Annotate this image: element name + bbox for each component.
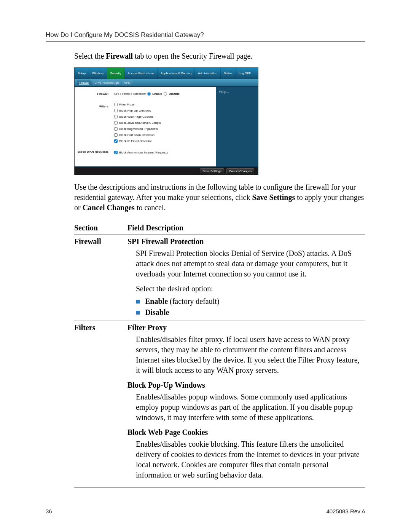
block-frag-lbl: Block fragmented IP packets xyxy=(119,127,158,131)
block-frag-cb[interactable] xyxy=(114,127,118,131)
page-footer: 36 4025083 Rev A xyxy=(46,508,365,514)
spi-p1: SPI Firewall Protection blocks Denial of… xyxy=(136,248,365,279)
block-ipflood-cb[interactable] xyxy=(114,139,118,143)
body1-b1: Save Settings xyxy=(252,193,295,201)
page-number: 36 xyxy=(46,508,52,514)
block-java-cb[interactable] xyxy=(114,121,118,125)
block-popup-p: Enables/disables popup windows. Some com… xyxy=(136,392,365,423)
subtab-vpn[interactable]: VPN xyxy=(122,80,132,85)
tab-wireless[interactable]: Wireless xyxy=(89,68,107,79)
block-popup-title: Block Pop-Up Windows xyxy=(127,381,365,390)
spi-enable-radio[interactable] xyxy=(147,92,151,96)
spi-title: SPI Firewall Protection xyxy=(127,237,365,246)
router-screenshot: Setup Wireless Security Access Restricti… xyxy=(74,67,258,175)
block-cookies-title: Block Web Page Cookies xyxy=(127,428,365,437)
router-subnav: Firewall VPN Passthrough VPN xyxy=(75,79,258,86)
block-portscan-lbl: Block Port Scan Detection xyxy=(119,133,155,137)
block-anon-row: Block Anonymous Internet Requests xyxy=(114,151,213,154)
th-section: Section xyxy=(74,224,127,235)
tab-security[interactable]: Security xyxy=(107,68,125,79)
block-anon-cb[interactable] xyxy=(114,151,118,154)
spi-p2: Select the desired option: xyxy=(136,284,365,293)
tab-admin[interactable]: Administration xyxy=(195,68,221,79)
save-settings-button[interactable]: Save Settings xyxy=(200,168,224,174)
intro-post: tab to open the Security Firewall page. xyxy=(133,52,252,60)
block-anon-lbl: Block Anonymous Internet Requests xyxy=(119,151,168,154)
fd-firewall: SPI Firewall Protection SPI Firewall Pro… xyxy=(127,235,365,321)
page-header: How Do I Configure My DOCSIS Residential… xyxy=(46,31,365,42)
square-bullet-icon xyxy=(136,311,140,315)
body1-end: to cancel. xyxy=(135,203,166,212)
router-footer: Save Settings Cancel Changes xyxy=(75,167,258,175)
bullet-enable: Enable (factory default) xyxy=(136,297,365,306)
config-table: Section Field Description Firewall SPI F… xyxy=(74,224,365,487)
block-cookies-cb[interactable] xyxy=(114,115,118,118)
block-popup-cb[interactable] xyxy=(114,109,118,112)
help-link[interactable]: Help... xyxy=(219,90,229,94)
router-left-labels: Firewall Filters Block WAN Requests xyxy=(75,87,111,166)
block-ipflood-row: Block IP Flood Detection xyxy=(114,139,213,143)
block-cookies-row: Block Web Page Cookies xyxy=(114,115,213,118)
router-body: Firewall Filters Block WAN Requests SPI … xyxy=(75,86,258,167)
disable-b: Disable xyxy=(145,308,169,316)
tab-apps-gaming[interactable]: Applications & Gaming xyxy=(158,68,195,79)
spi-label: SPI Firewall Protection: xyxy=(114,92,146,96)
spi-row: SPI Firewall Protection: Enable Disable xyxy=(114,92,213,96)
filter-proxy-cb[interactable] xyxy=(114,103,118,106)
sec-filters: Filters xyxy=(74,321,127,487)
tab-logoff[interactable]: Log OFF xyxy=(236,68,255,79)
intro-pre: Select the xyxy=(74,52,106,60)
cancel-changes-button[interactable]: Cancel Changes xyxy=(226,168,254,174)
block-java-lbl: Block Java and ActiveX Scripts xyxy=(119,121,161,125)
subtab-firewall[interactable]: Firewall xyxy=(77,80,91,85)
spi-disable-radio[interactable] xyxy=(164,92,167,96)
tab-status[interactable]: Status xyxy=(221,68,236,79)
tab-access-restrictions[interactable]: Access Restrictions xyxy=(124,68,158,79)
block-java-row: Block Java and ActiveX Scripts xyxy=(114,121,213,125)
enable-b: Enable xyxy=(145,297,168,305)
spi-disable-text: Disable xyxy=(169,92,179,96)
label-firewall: Firewall xyxy=(76,92,108,96)
block-cookies-p: Enables/disables cookie blocking. This f… xyxy=(136,439,365,480)
body-paragraph: Use the descriptions and instructions in… xyxy=(74,182,365,213)
router-main-nav: Setup Wireless Security Access Restricti… xyxy=(75,68,258,79)
subtab-vpn-pass[interactable]: VPN Passthrough xyxy=(93,80,121,85)
block-popup-lbl: Block Pop-Up Windows xyxy=(119,109,151,112)
square-bullet-icon xyxy=(136,300,140,304)
filter-proxy-p: Enables/disables filter proxy. If local … xyxy=(136,334,365,375)
body1-b2: Cancel Changes xyxy=(83,203,135,212)
fd-filters: Filter Proxy Enables/disables filter pro… xyxy=(127,321,365,487)
block-ipflood-lbl: Block IP Flood Detection xyxy=(119,139,152,143)
th-fielddesc: Field Description xyxy=(127,224,365,235)
doc-revision: 4025083 Rev A xyxy=(326,508,365,514)
tab-setup[interactable]: Setup xyxy=(75,68,89,79)
bullet-disable: Disable xyxy=(136,308,365,317)
intro-bold: Firewall xyxy=(106,52,133,60)
filter-proxy-title: Filter Proxy xyxy=(127,323,365,332)
block-frag-row: Block fragmented IP packets xyxy=(114,127,213,131)
filter-proxy-row: Filter Proxy xyxy=(114,103,213,106)
router-help-panel: Help... xyxy=(216,87,258,166)
block-cookies-lbl: Block Web Page Cookies xyxy=(119,115,153,118)
router-settings: SPI Firewall Protection: Enable Disable … xyxy=(111,87,216,166)
block-portscan-row: Block Port Scan Detection xyxy=(114,133,213,137)
label-block-wan: Block WAN Requests xyxy=(76,150,108,153)
block-popup-row: Block Pop-Up Windows xyxy=(114,109,213,112)
sec-firewall: Firewall xyxy=(74,235,127,321)
spi-enable-text: Enable xyxy=(152,92,162,96)
filter-proxy-lbl: Filter Proxy xyxy=(119,103,134,106)
enable-rest: (factory default) xyxy=(168,297,219,305)
label-filters: Filters xyxy=(76,105,108,108)
intro-line: Select the Firewall tab to open the Secu… xyxy=(74,51,365,61)
block-portscan-cb[interactable] xyxy=(114,133,118,137)
